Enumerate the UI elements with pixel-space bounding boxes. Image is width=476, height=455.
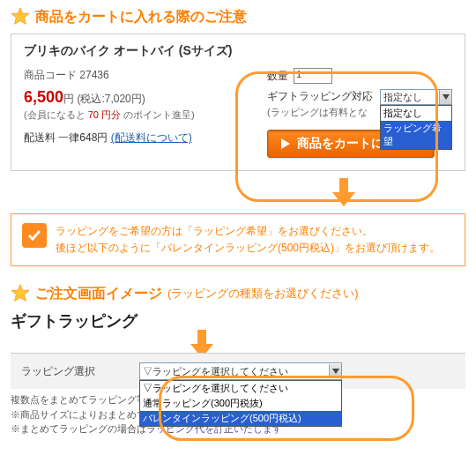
member-prefix: (会員になると bbox=[24, 109, 88, 120]
product-code: 27436 bbox=[79, 69, 108, 81]
quantity-select[interactable]: 1 bbox=[294, 68, 332, 84]
member-points: 70 円分 bbox=[88, 109, 121, 120]
shipping-line: 配送料 一律648円 (配送料について) bbox=[24, 131, 267, 145]
wrapping-option-placeholder[interactable]: ▽ラッピングを選択してください bbox=[140, 381, 341, 396]
gift-option-none[interactable]: 指定なし bbox=[381, 106, 451, 121]
svg-marker-1 bbox=[443, 94, 450, 100]
member-line: (会員になると 70 円分 のポイント進呈) bbox=[24, 108, 267, 122]
gift-block: ギフトラッピング対応 (ラッピングは有料とな 指定なし 指定なし ラッピング希望 bbox=[267, 89, 452, 158]
wrapping-label: ラッピング選択 bbox=[21, 362, 118, 379]
section-1-header: 商品をカートに入れる際のご注意 bbox=[11, 7, 465, 26]
notice-line-2: 後ほど以下のように「バレンタインラッピング(500円税込)」をお選び頂けます。 bbox=[56, 240, 440, 257]
wrapping-option-normal[interactable]: 通常ラッピング(300円税抜) bbox=[140, 396, 341, 411]
notice-line-1: ラッピングをご希望の方は「ラッピング希望」をお選びください。 bbox=[56, 223, 440, 240]
wrapping-dropdown[interactable]: ▽ラッピングを選択してください ▽ラッピングを選択してください 通常ラッピング(… bbox=[139, 362, 342, 380]
quantity-value: 1 bbox=[296, 69, 301, 79]
star-icon bbox=[11, 284, 30, 303]
section-1-title: 商品をカートに入れる際のご注意 bbox=[35, 8, 247, 26]
svg-marker-0 bbox=[11, 8, 29, 24]
star-icon bbox=[11, 7, 30, 26]
quantity-label: 数量 bbox=[267, 69, 288, 84]
gift-wrapping-heading: ギフトラッピング bbox=[11, 310, 465, 332]
product-name: ブリキのバイク オートバイ (Sサイズ) bbox=[24, 43, 452, 59]
svg-marker-4 bbox=[11, 285, 29, 301]
arrow-right-icon bbox=[281, 138, 292, 149]
section-2-title: ご注文画面イメージ bbox=[35, 285, 162, 303]
chevron-down-icon bbox=[439, 90, 451, 104]
wrapping-selected: ▽ラッピングを選択してください bbox=[143, 365, 288, 378]
gift-dropdown[interactable]: 指定なし 指定なし ラッピング希望 bbox=[380, 89, 452, 150]
section-2-header: ご注文画面イメージ (ラッピングの種類をお選びください) bbox=[11, 284, 465, 303]
wrapping-dropdown-list: ▽ラッピングを選択してください 通常ラッピング(300円税抜) バレンタインラッ… bbox=[139, 380, 342, 427]
quantity-row: 数量 1 bbox=[267, 68, 452, 84]
gift-option-wrap[interactable]: ラッピング希望 bbox=[381, 121, 451, 149]
svg-marker-2 bbox=[281, 138, 290, 149]
section-2-subtitle: (ラッピングの種類をお選びください) bbox=[167, 286, 359, 302]
chevron-down-icon bbox=[329, 364, 341, 378]
member-suffix: のポイント進呈) bbox=[121, 109, 195, 120]
price-line: 6,500円 (税込:7,020円) bbox=[24, 88, 267, 107]
product-box: ブリキのバイク オートバイ (Sサイズ) 商品コード 27436 6,500円 … bbox=[11, 34, 465, 171]
price-tax: (税込:7,020円) bbox=[77, 93, 145, 105]
shipping-label: 配送料 一律648円 bbox=[24, 131, 108, 144]
gift-dropdown-list: 指定なし ラッピング希望 bbox=[380, 105, 452, 150]
price-amount: 6,500 bbox=[24, 88, 63, 106]
svg-marker-3 bbox=[332, 178, 355, 206]
wrapping-row: ラッピング選択 ▽ラッピングを選択してください ▽ラッピングを選択してください … bbox=[11, 353, 465, 389]
check-icon bbox=[22, 223, 47, 248]
wrapping-option-valentine[interactable]: バレンタインラッピング(500円税込) bbox=[140, 411, 341, 426]
product-code-label: 商品コード bbox=[24, 69, 77, 81]
shipping-link[interactable]: (配送料について) bbox=[111, 131, 192, 144]
svg-marker-6 bbox=[332, 369, 339, 374]
notice-box: ラッピングをご希望の方は「ラッピング希望」をお選びください。 後ほど以下のように… bbox=[11, 213, 465, 266]
price-unit: 円 bbox=[63, 93, 74, 105]
product-code-line: 商品コード 27436 bbox=[24, 68, 267, 83]
arrow-down-1 bbox=[116, 178, 476, 206]
notice-text: ラッピングをご希望の方は「ラッピング希望」をお選びください。 後ほど以下のように… bbox=[56, 223, 440, 257]
gift-dropdown-selected: 指定なし bbox=[383, 91, 422, 104]
